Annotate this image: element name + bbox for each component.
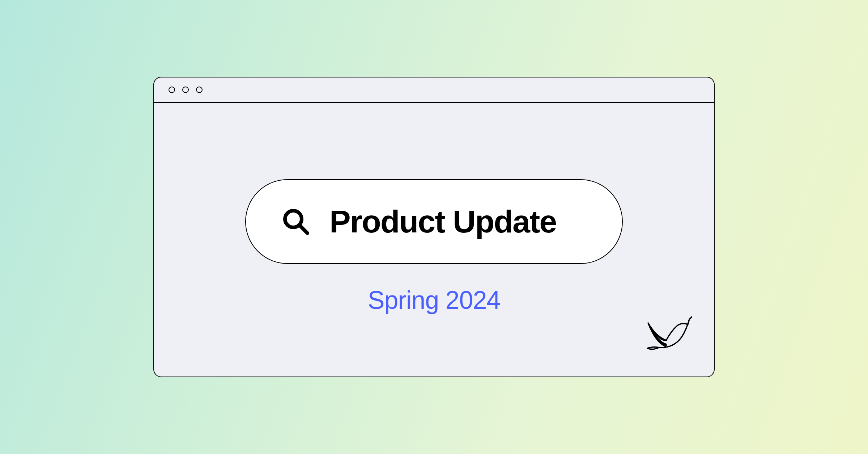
hummingbird-icon [638,304,692,358]
search-pill[interactable]: Product Update [245,179,623,264]
content-area: Product Update Spring 2024 [154,103,714,377]
close-icon[interactable] [169,87,175,93]
svg-line-1 [299,225,307,233]
subtitle: Spring 2024 [368,286,501,315]
maximize-icon[interactable] [196,87,203,93]
minimize-icon[interactable] [182,87,189,93]
search-icon [282,208,310,235]
brand-logo [638,304,692,358]
browser-window: Product Update Spring 2024 [153,77,715,377]
title-bar [154,77,714,103]
search-title: Product Update [329,203,556,240]
